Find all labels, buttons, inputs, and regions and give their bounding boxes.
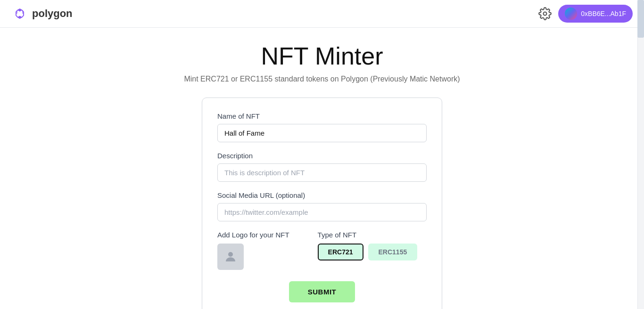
wallet-badge[interactable]: 0xBB6E...Ab1F [558, 5, 633, 23]
description-group: Description [217, 152, 427, 182]
scrollbar-thumb[interactable] [637, 0, 644, 38]
erc1155-button[interactable]: ERC1155 [368, 244, 418, 260]
name-group: Name of NFT [217, 112, 427, 142]
svg-point-1 [228, 252, 233, 257]
logo-text: polygon [32, 8, 73, 20]
polygon-logo-icon [11, 5, 28, 22]
bottom-row: Add Logo for your NFT Type of NFT ERC721… [217, 231, 427, 270]
social-label: Social Media URL (optional) [217, 191, 427, 199]
wallet-address: 0xBB6E...Ab1F [581, 10, 626, 17]
erc721-button[interactable]: ERC721 [318, 244, 363, 260]
navbar-right: 0xBB6E...Ab1F [538, 5, 633, 23]
type-label: Type of NFT [318, 231, 418, 239]
submit-button[interactable]: SUBMIT [289, 281, 355, 302]
logo-area: polygon [11, 5, 73, 22]
wallet-avatar [565, 8, 577, 20]
social-input[interactable] [217, 203, 427, 221]
logo-section: Add Logo for your NFT [217, 231, 289, 270]
submit-area: SUBMIT [217, 281, 427, 302]
settings-icon[interactable] [538, 7, 552, 20]
description-input[interactable] [217, 163, 427, 182]
form-card: Name of NFT Description Social Media URL… [202, 98, 442, 309]
scrollbar[interactable] [637, 0, 644, 309]
svg-point-0 [544, 12, 547, 16]
name-input[interactable] [217, 124, 427, 142]
social-group: Social Media URL (optional) [217, 191, 427, 221]
logo-upload[interactable] [217, 244, 244, 270]
logo-label: Add Logo for your NFT [217, 231, 289, 239]
description-label: Description [217, 152, 427, 160]
page-title: NFT Minter [261, 42, 383, 70]
navbar: polygon 0xBB6E...Ab1F [0, 0, 644, 28]
person-icon [223, 250, 238, 264]
page-subtitle: Mint ERC721 or ERC1155 standard tokens o… [184, 75, 460, 83]
type-buttons: ERC721 ERC1155 [318, 244, 418, 260]
main-content: NFT Minter Mint ERC721 or ERC1155 standa… [0, 28, 644, 309]
type-section: Type of NFT ERC721 ERC1155 [318, 231, 418, 260]
name-label: Name of NFT [217, 112, 427, 120]
